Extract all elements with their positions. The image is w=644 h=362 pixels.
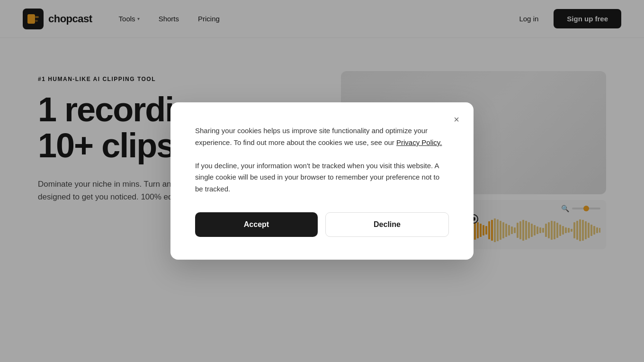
modal-close-button[interactable]: ×: [449, 112, 464, 127]
close-icon: ×: [454, 114, 459, 125]
cookie-text-1: Sharing your cookies helps us improve si…: [195, 125, 449, 149]
privacy-policy-link[interactable]: Privacy Policy.: [396, 138, 442, 146]
cookie-modal: × Sharing your cookies helps us improve …: [170, 102, 474, 260]
modal-body: Sharing your cookies helps us improve si…: [195, 125, 449, 195]
modal-actions: Accept Decline: [195, 212, 449, 237]
accept-button[interactable]: Accept: [195, 212, 318, 237]
overlay: × Sharing your cookies helps us improve …: [0, 0, 644, 362]
cookie-text-2: If you decline, your information won't b…: [195, 160, 449, 195]
decline-button[interactable]: Decline: [325, 212, 449, 237]
